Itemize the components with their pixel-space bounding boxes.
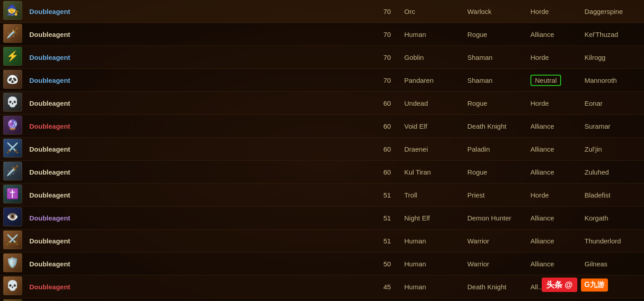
avatar-icon: 💀 — [4, 277, 22, 295]
avatar-cell: 👁️ — [0, 207, 25, 229]
character-race: Void Elf — [401, 115, 464, 138]
character-level: 60 — [374, 161, 401, 184]
avatar-cell: 🗡️ — [0, 161, 25, 184]
character-name[interactable]: Doubleagent — [25, 184, 374, 207]
character-name[interactable]: Doubleagent — [25, 69, 374, 92]
table-row[interactable]: ⚔️ Doubleagent51HumanWarriorAllianceThun… — [0, 229, 644, 252]
avatar: ⚔️ — [3, 299, 22, 301]
main-container: 🧙 Doubleagent70OrcWarlockHordeDaggerspin… — [0, 0, 644, 301]
table-row[interactable]: 🔮 Doubleagent60Void ElfDeath KnightAllia… — [0, 115, 644, 138]
watermark-area: 头条 @ G九游 — [542, 278, 608, 292]
avatar-cell: ⚔️ — [0, 229, 25, 252]
avatar: 🐼 — [3, 70, 22, 89]
table-row[interactable]: 🐼 Doubleagent70PandarenShamanNeutralMann… — [0, 69, 644, 92]
avatar: 🗡️ — [3, 24, 22, 43]
table-row[interactable]: 🧙 Doubleagent70OrcWarlockHordeDaggerspin… — [0, 0, 644, 23]
character-class: Death Knight — [464, 275, 527, 298]
character-realm: Gilneas — [581, 252, 644, 275]
character-level: 70 — [374, 23, 401, 46]
character-level: 60 — [374, 115, 401, 138]
character-realm: Eonar — [581, 92, 644, 115]
avatar-cell: 🛡️ — [0, 252, 25, 275]
character-faction: Alliance — [527, 229, 581, 252]
table-row[interactable]: 🗡️ Doubleagent60Kul TiranRogueAllianceZu… — [0, 161, 644, 184]
table-row[interactable]: ⚡ Doubleagent70GoblinShamanHordeKilrogg — [0, 46, 644, 69]
avatar-cell: ⚡ — [0, 46, 25, 69]
table-row[interactable]: 💀 Doubleagent60UndeadRogueHordeEonar — [0, 92, 644, 115]
table-row[interactable]: ⚔️ Doubleagent45Blood ElfPaladinHo... — [0, 298, 644, 301]
avatar: ⚡ — [3, 47, 22, 66]
character-faction: Alliance — [527, 161, 581, 184]
character-realm: Daggerspine — [581, 0, 644, 23]
avatar-icon: 🛡️ — [4, 254, 22, 272]
table-row[interactable]: 🛡️ Doubleagent50HumanWarriorAllianceGiln… — [0, 252, 644, 275]
character-name[interactable]: Doubleagent — [25, 229, 374, 252]
avatar-cell: 💀 — [0, 92, 25, 115]
table-row[interactable]: ✝️ Doubleagent51TrollPriestHordeBladefis… — [0, 184, 644, 207]
character-race: Pandaren — [401, 69, 464, 92]
avatar-icon: 🗡️ — [4, 162, 22, 180]
character-level: 70 — [374, 46, 401, 69]
avatar-cell: 🧙 — [0, 0, 25, 23]
character-race: Night Elf — [401, 207, 464, 229]
character-race: Human — [401, 23, 464, 46]
avatar: 💀 — [3, 93, 22, 112]
character-faction: Alliance — [527, 138, 581, 161]
character-name[interactable]: Doubleagent — [25, 298, 374, 301]
character-name[interactable]: Doubleagent — [25, 207, 374, 229]
character-name[interactable]: Doubleagent — [25, 23, 374, 46]
character-realm: Mannoroth — [581, 69, 644, 92]
character-realm: Kel'Thuzad — [581, 23, 644, 46]
avatar-cell: 🐼 — [0, 69, 25, 92]
avatar-icon: 🗡️ — [4, 24, 22, 42]
avatar-icon: ⚔️ — [4, 139, 22, 157]
character-name[interactable]: Doubleagent — [25, 275, 374, 298]
character-level: 45 — [374, 275, 401, 298]
avatar-icon: 👁️ — [4, 208, 22, 226]
character-class: Death Knight — [464, 115, 527, 138]
table-row[interactable]: 🗡️ Doubleagent70HumanRogueAllianceKel'Th… — [0, 23, 644, 46]
jiuyou-watermark: G九游 — [581, 279, 608, 292]
character-class: Rogue — [464, 161, 527, 184]
avatar-cell: ⚔️ — [0, 298, 25, 301]
character-race: Human — [401, 275, 464, 298]
character-realm: Kilrogg — [581, 46, 644, 69]
character-class: Rogue — [464, 92, 527, 115]
character-faction: Horde — [527, 0, 581, 23]
character-table: 🧙 Doubleagent70OrcWarlockHordeDaggerspin… — [0, 0, 644, 301]
character-class: Paladin — [464, 298, 527, 301]
character-level: 70 — [374, 69, 401, 92]
character-class: Demon Hunter — [464, 207, 527, 229]
character-class: Priest — [464, 184, 527, 207]
avatar-cell: 💀 — [0, 275, 25, 298]
character-realm: Zuluhed — [581, 161, 644, 184]
character-name[interactable]: Doubleagent — [25, 0, 374, 23]
character-faction: Horde — [527, 46, 581, 69]
character-level: 70 — [374, 0, 401, 23]
character-race: Goblin — [401, 46, 464, 69]
character-realm: Bladefist — [581, 184, 644, 207]
avatar-icon: 🐼 — [4, 70, 22, 88]
table-row[interactable]: 👁️ Doubleagent51Night ElfDemon HunterAll… — [0, 207, 644, 229]
avatar: 🔮 — [3, 116, 22, 135]
table-row[interactable]: ⚔️ Doubleagent60DraeneiPaladinAllianceZu… — [0, 138, 644, 161]
avatar-cell: ⚔️ — [0, 138, 25, 161]
character-name[interactable]: Doubleagent — [25, 115, 374, 138]
character-level: 60 — [374, 138, 401, 161]
character-name[interactable]: Doubleagent — [25, 161, 374, 184]
character-faction: Alliance — [527, 252, 581, 275]
avatar: ✝️ — [3, 184, 22, 203]
character-name[interactable]: Doubleagent — [25, 252, 374, 275]
character-race: Orc — [401, 0, 464, 23]
character-class: Paladin — [464, 138, 527, 161]
avatar: 🛡️ — [3, 253, 22, 272]
character-race: Blood Elf — [401, 298, 464, 301]
character-realm: Thunderlord — [581, 229, 644, 252]
character-race: Undead — [401, 92, 464, 115]
character-name[interactable]: Doubleagent — [25, 46, 374, 69]
character-name[interactable]: Doubleagent — [25, 138, 374, 161]
character-name[interactable]: Doubleagent — [25, 92, 374, 115]
avatar-icon: ⚡ — [4, 47, 22, 65]
character-class: Rogue — [464, 23, 527, 46]
character-race: Human — [401, 252, 464, 275]
